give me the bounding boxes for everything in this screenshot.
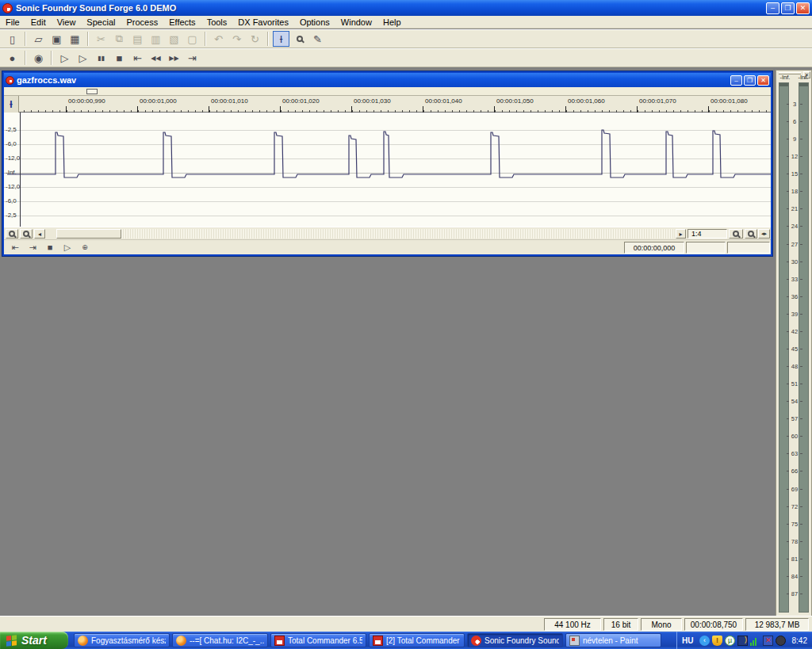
scroll-right-button[interactable]: ▸ [676,229,686,239]
menu-window[interactable]: Window [335,17,377,28]
new-file-icon[interactable]: ▯ [4,31,21,47]
overview-position-marker[interactable] [86,89,98,94]
taskbar: Start Fogyasztásmérő kész...--=[ Chat.hu… [0,632,812,649]
scrollbar-track[interactable] [56,229,674,239]
stop-icon[interactable]: ■ [111,50,128,66]
loop-playback-icon[interactable]: ◉ [30,50,47,66]
doc-go-to-end-button[interactable]: ⇥ [25,242,40,254]
display-settings-icon[interactable] [763,636,773,646]
signal-strength-icon[interactable] [750,636,760,646]
position-time-value: 00:00:00,000 [634,244,676,252]
menu-tools[interactable]: Tools [201,17,233,28]
taskbar-button-firefox-1[interactable]: --=[ Chat.hu: I2C_-_... [172,633,268,647]
doc-minimize-button[interactable]: – [730,75,742,86]
meter-scale-tick [787,349,789,349]
taskbar-button-soundforge-4[interactable]: Sonic Foundry Sound ... [467,633,563,647]
open-file-icon[interactable]: ▱ [30,31,47,47]
close-button[interactable]: ✕ [796,2,810,14]
playback-cursor[interactable] [20,113,21,227]
meter-scale-value: 66 [776,468,812,475]
hide-icons-arrow-icon[interactable]: ‹ [699,636,710,646]
doc-close-button[interactable]: ✕ [757,75,769,86]
volume-tray-icon[interactable] [776,636,786,646]
document-titlebar[interactable]: gazfroccs.wav – ❐ ✕ [4,73,771,87]
toolbar-separator [51,51,52,65]
waveform-display[interactable]: -2,5-6,0-12,0-Inf.-12,0-6,0-2,5 [4,113,771,227]
meter-scale-tick [787,594,789,594]
taskbar-button-label: Sonic Foundry Sound ... [485,636,559,645]
taskbar-button-firefox-0[interactable]: Fogyasztásmérő kész... [74,633,170,647]
pause-icon[interactable]: ▮▮ [93,50,109,66]
pencil-tool-icon[interactable]: ✎ [309,31,326,47]
taskbar-button-totalcmd-2[interactable]: Total Commander 6.5... [270,633,366,647]
magnifier-icon [748,231,754,237]
doc-tool-button[interactable]: ⊕ [77,242,93,254]
menu-options[interactable]: Options [294,17,335,28]
restore-button[interactable]: ❐ [781,2,795,14]
save-all-icon[interactable]: ▦ [67,31,83,47]
meter-scale-value: 39 [776,311,812,318]
repeat-icon: ↻ [247,31,263,47]
utorrent-tray-icon[interactable]: µ [725,636,735,646]
magnify-tool-icon[interactable] [291,31,308,47]
start-button[interactable]: Start [0,632,68,649]
ruler-major-tick [637,106,638,113]
play-all-icon[interactable]: ▷ [56,50,73,66]
waveform-trace [4,113,771,227]
zoom-selection-button[interactable] [745,229,757,239]
menu-process[interactable]: Process [121,17,163,28]
edit-tool-corner-button[interactable]: Ɨ [4,96,19,113]
language-indicator[interactable]: HU [682,636,693,645]
play-icon[interactable]: ▷ [75,50,91,66]
menu-dx-favorites[interactable]: DX Favorites [232,17,294,28]
minimize-button[interactable]: – [766,2,779,14]
doc-go-to-start-button[interactable]: ⇤ [7,242,23,254]
scroll-left-button[interactable]: ◂ [34,229,45,239]
taskbar-button-paint-5[interactable]: névtelen - Paint [565,633,661,647]
doc-stop-button[interactable]: ■ [42,242,58,254]
taskbar-button-label: Fogyasztásmérő kész... [91,636,166,645]
menu-file[interactable]: File [0,17,25,28]
zoom-out-button[interactable] [6,229,18,239]
menu-edit[interactable]: Edit [25,17,52,28]
statusbar-field: 00:00:08,750 [684,618,743,631]
rewind-icon[interactable]: ◀◀ [147,50,164,66]
doc-play-button[interactable]: ▷ [59,242,75,254]
meter-scale-value: 36 [776,293,812,300]
network-activity-icon[interactable] [737,636,748,646]
trim-crop-icon: ▢ [184,31,201,47]
taskbar-clock[interactable]: 8:42 [792,636,807,645]
doc-maximize-button[interactable]: ❐ [744,75,756,86]
ruler-time-label: 00:00:01,000 [140,97,177,105]
ruler-major-tick [209,106,209,113]
record-icon[interactable]: ● [4,50,21,66]
paint-icon [569,636,580,646]
taskbar-button-totalcmd-3[interactable]: [2] Total Commander ... [369,633,465,647]
go-to-start-icon[interactable]: ⇤ [129,50,146,66]
edit-tool-icon: Ɨ [10,99,12,110]
time-ruler[interactable]: Ɨ 00:00:00,99000:00:01,00000:00:01,01000… [4,96,771,113]
menu-special[interactable]: Special [81,17,121,28]
zoom-in-button[interactable] [20,229,33,239]
meter-scale-tick [787,559,789,559]
save-icon[interactable]: ▣ [48,31,65,47]
overview-bar[interactable] [4,87,771,96]
menu-help[interactable]: Help [377,17,407,28]
zoom-width-button[interactable]: ◂▸ [758,229,770,239]
security-shield-icon[interactable]: ! [712,636,722,646]
forward-icon[interactable]: ▶▶ [166,50,182,66]
go-to-end-icon[interactable]: ⇥ [184,50,201,66]
main-titlebar[interactable]: Sonic Foundry Sound Forge 6.0 DEMO – ❐ ✕ [0,0,812,16]
toolbar-separator [87,32,89,46]
ruler-time-label: 00:00:01,080 [710,97,748,105]
meter-scale-tick [787,471,789,471]
menu-view[interactable]: View [52,17,82,28]
zoom-ratio-display[interactable]: 1:4 [688,229,727,239]
scrollbar-thumb[interactable] [56,229,121,239]
edit-tool-icon[interactable]: Ɨ [273,31,289,47]
meter-scale-value: 48 [776,363,812,370]
meter-scale-tick [787,314,789,315]
menu-effects[interactable]: Effects [163,17,201,28]
zoom-normal-button[interactable] [729,229,743,239]
statusbar-field: 44 100 Hz [544,618,601,631]
